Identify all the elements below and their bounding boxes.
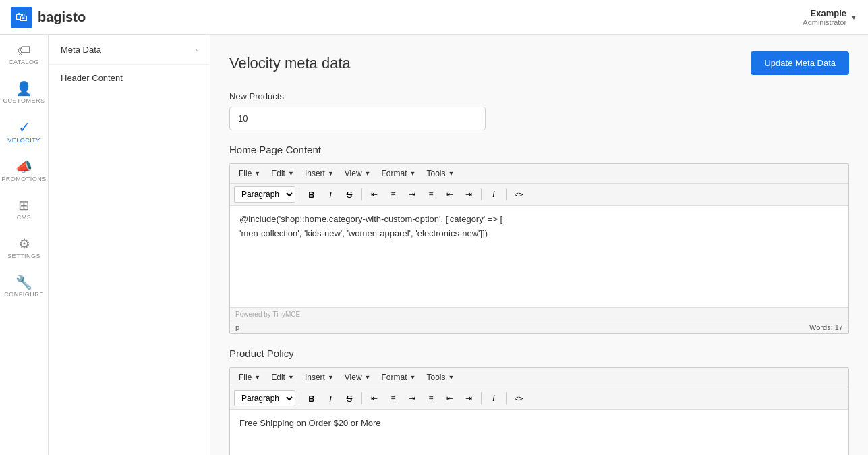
policy-text: Free Shipping on Order $20 or More: [239, 417, 839, 431]
sidebar-item-settings[interactable]: ⚙ SETTINGS: [0, 229, 48, 267]
sidebar-label-catalog: CATALOG: [9, 59, 39, 65]
align-right-button-2[interactable]: ⇥: [403, 390, 421, 406]
product-policy-editor: File ▼ Edit ▼ Insert ▼ View ▼ Format ▼ T…: [229, 367, 849, 455]
align-justify-button[interactable]: ≡: [422, 186, 440, 203]
home-page-editor-content[interactable]: @include('shop::home.category-with-custo…: [230, 206, 848, 307]
page-header: Velocity meta data Update Meta Data: [229, 51, 849, 75]
insert-caret: ▼: [328, 170, 334, 177]
bold-button-2[interactable]: B: [303, 390, 320, 406]
user-role: Administrator: [803, 18, 846, 26]
align-left-button[interactable]: ⇤: [366, 186, 383, 203]
sidebar-label-promotions: PROMOTIONS: [1, 176, 47, 182]
user-dropdown-icon[interactable]: ▼: [850, 14, 857, 21]
paragraph-select-2[interactable]: Paragraph: [234, 390, 295, 406]
edit-menu[interactable]: Edit ▼: [266, 167, 299, 180]
format-menu-2[interactable]: Format ▼: [377, 371, 421, 384]
indent-left-button-2[interactable]: ⇤: [441, 390, 459, 406]
sidebar-item-velocity[interactable]: ✓ VELOCITY: [0, 112, 48, 152]
editor-formatting-bar: Paragraph B I S ⇤ ≡ ⇥ ≡ ⇤ ⇥ I <>: [230, 184, 848, 206]
indent-right-button-2[interactable]: ⇥: [460, 390, 478, 406]
view-menu-2[interactable]: View ▼: [340, 371, 376, 384]
sidebar-label-configure: CONFIGURE: [4, 291, 44, 298]
topbar-right: Example Administrator ▼: [803, 8, 857, 26]
logo-text[interactable]: bagisto: [38, 9, 86, 25]
edit-caret: ▼: [288, 170, 294, 177]
file-menu[interactable]: File ▼: [234, 167, 265, 180]
tools-caret: ▼: [448, 170, 454, 177]
align-center-button[interactable]: ≡: [384, 186, 402, 203]
home-page-editor: File ▼ Edit ▼ Insert ▼ View ▼ Format ▼ T…: [229, 163, 849, 334]
italic-button-2[interactable]: I: [322, 390, 339, 406]
user-info: Example Administrator: [803, 8, 846, 26]
new-products-input[interactable]: [229, 107, 486, 130]
format-caret-2: ▼: [410, 374, 416, 381]
home-page-content-group: Home Page Content File ▼ Edit ▼ Insert ▼…: [229, 144, 849, 334]
sidebar-label-cms: CMS: [17, 214, 32, 221]
tools-menu-2[interactable]: Tools ▼: [422, 371, 459, 384]
sep2: [361, 188, 362, 200]
file-caret: ▼: [254, 170, 260, 177]
align-left-button-2[interactable]: ⇤: [366, 390, 383, 406]
editor-footer: Powered by TinyMCE: [230, 307, 848, 321]
home-page-content-label: Home Page Content: [229, 144, 849, 155]
sidebar-item-promotions[interactable]: 📣 PROMOTIONS: [0, 152, 48, 190]
sep5: [299, 392, 299, 404]
italic-alt-button[interactable]: I: [485, 186, 502, 203]
align-justify-button-2[interactable]: ≡: [422, 390, 440, 406]
insert-menu-2[interactable]: Insert ▼: [300, 371, 339, 384]
sep6: [361, 392, 362, 404]
editor-line-1: @include('shop::home.category-with-custo…: [239, 213, 839, 227]
product-policy-group: Product Policy File ▼ Edit ▼ Insert ▼ Vi…: [229, 348, 849, 455]
sidebar-label-settings: SETTINGS: [7, 252, 40, 259]
sep3: [481, 188, 482, 200]
insert-caret-2: ▼: [328, 374, 334, 381]
update-meta-data-button[interactable]: Update Meta Data: [751, 51, 849, 75]
sidebar-item-customers[interactable]: 👤 CUSTOMERS: [0, 74, 48, 112]
align-center-button-2[interactable]: ≡: [384, 390, 402, 406]
user-name: Example: [803, 8, 846, 18]
indent-left-button[interactable]: ⇤: [441, 186, 459, 203]
editor-tag: p: [235, 323, 239, 331]
format-menu[interactable]: Format ▼: [377, 167, 421, 180]
new-products-group: New Products: [229, 91, 849, 130]
sidebar-item-catalog[interactable]: 🏷 CATALOG: [0, 35, 48, 74]
source-code-button[interactable]: <>: [510, 186, 527, 203]
header-content-label: Header Content: [61, 73, 123, 83]
powered-by: Powered by TinyMCE: [235, 311, 300, 318]
strikethrough-button-2[interactable]: S: [341, 390, 358, 406]
editor-line-2: 'men-collection', 'kids-new', 'women-app…: [239, 227, 839, 241]
sidebar-item-cms[interactable]: ⊞ CMS: [0, 190, 48, 229]
source-code-button-2[interactable]: <>: [510, 390, 527, 406]
tools-menu[interactable]: Tools ▼: [422, 167, 459, 180]
sidebar-item-configure[interactable]: 🔧 CONFIGURE: [0, 267, 48, 306]
align-right-button[interactable]: ⇥: [403, 186, 421, 203]
customers-icon: 👤: [16, 82, 32, 95]
paragraph-select[interactable]: Paragraph: [234, 186, 295, 203]
chevron-right-icon: ›: [195, 45, 198, 55]
promotions-icon: 📣: [16, 160, 32, 173]
strikethrough-button[interactable]: S: [341, 186, 358, 203]
edit-menu-2[interactable]: Edit ▼: [266, 371, 299, 384]
logo-icon: 🛍: [11, 7, 32, 28]
indent-right-button[interactable]: ⇥: [460, 186, 478, 203]
catalog-icon: 🏷: [18, 43, 31, 57]
product-policy-editor-content[interactable]: Free Shipping on Order $20 or More: [230, 410, 848, 455]
metadata-label: Meta Data: [61, 45, 101, 55]
configure-icon: 🔧: [16, 275, 32, 289]
second-sidebar: Meta Data › Header Content: [49, 0, 210, 455]
format-caret: ▼: [410, 170, 416, 177]
view-caret: ▼: [365, 170, 371, 177]
topbar: 🛍 bagisto Example Administrator ▼: [0, 0, 868, 35]
left-sidebar: 🏷 CATALOG 👤 CUSTOMERS ✓ VELOCITY 📣 PROMO…: [0, 0, 49, 455]
sidebar-label-velocity: VELOCITY: [7, 137, 40, 144]
view-menu[interactable]: View ▼: [340, 167, 376, 180]
second-sidebar-metadata[interactable]: Meta Data ›: [49, 35, 210, 65]
italic-alt-button-2[interactable]: I: [485, 390, 502, 406]
file-menu-2[interactable]: File ▼: [234, 371, 265, 384]
insert-menu[interactable]: Insert ▼: [300, 167, 339, 180]
bold-button[interactable]: B: [303, 186, 320, 203]
second-sidebar-header-content[interactable]: Header Content: [49, 65, 210, 91]
italic-button[interactable]: I: [322, 186, 339, 203]
cms-icon: ⊞: [18, 198, 30, 212]
editor-status-bar: p Words: 17: [230, 321, 848, 333]
